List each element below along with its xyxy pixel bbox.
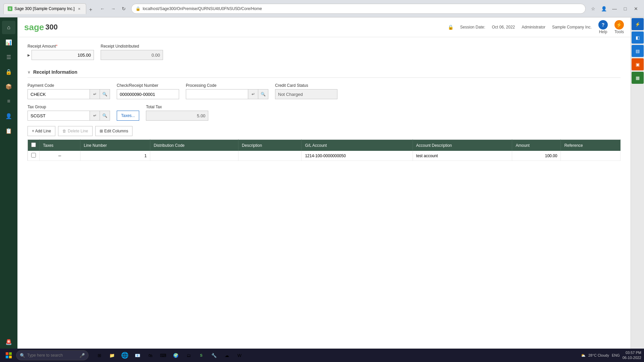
receipt-undistributed-input[interactable] (101, 50, 163, 60)
row-amount-cell: 100.00 (512, 151, 561, 161)
bookmark-btn[interactable]: ☆ (588, 4, 598, 13)
sidebar-lock-icon[interactable]: 🔒 (2, 65, 15, 78)
sidebar-list-icon[interactable]: ≡ (2, 95, 15, 108)
grid-select-all[interactable] (31, 142, 36, 147)
lock-session-icon: 🔒 (448, 24, 453, 30)
sidebar-user-icon[interactable]: 👤 (2, 109, 15, 123)
tax-group-input[interactable] (28, 111, 90, 121)
row-distribution-code-cell (150, 151, 238, 161)
tab-favicon: S (8, 6, 12, 11)
receipt-expand-icon[interactable]: ▶ (28, 53, 30, 57)
tools-btn[interactable]: ⚡ Tools (614, 20, 624, 34)
section-chevron: ∨ (28, 70, 31, 74)
total-tax-label: Total Tax (146, 105, 208, 109)
nav-back-btn[interactable]: ← (98, 4, 107, 13)
row-reference-cell (561, 151, 621, 161)
help-icon: ? (598, 20, 608, 29)
main-content: sage 300 🔒 Session Date: Oct 06, 2022 Ad… (17, 17, 631, 349)
browser-nav: ← → ↻ (98, 4, 128, 13)
table-row: ✏ 1 1214-100-0000000050 test account 100… (28, 151, 621, 161)
edit-columns-icon: ⊞ (100, 129, 103, 133)
receipt-number-group: Check/Receipt Number (117, 83, 179, 99)
logo-300: 300 (45, 23, 58, 32)
profile-btn[interactable]: 👤 (599, 4, 608, 13)
data-grid: Taxes Line Number Distribution Code Desc… (28, 139, 621, 161)
sidebar-inventory-icon[interactable]: 📦 (2, 80, 15, 93)
help-label: Help (599, 29, 607, 34)
right-btn-5[interactable]: ▦ (632, 72, 644, 84)
row-description-cell (238, 151, 302, 161)
row-gl-account-cell: 1214-100-0000000050 (302, 151, 413, 161)
tax-group-label: Tax Group (28, 105, 110, 109)
taxes-button[interactable]: Taxes... (117, 111, 139, 121)
right-btn-4[interactable]: ▣ (632, 58, 644, 70)
processing-code-input[interactable] (186, 89, 248, 99)
payment-code-input-group: ↵ 🔍 (28, 89, 110, 99)
row-taxes-cell: ✏ (40, 151, 80, 161)
section-header[interactable]: ∨ Receipt Information (28, 67, 621, 78)
grid-col-reference: Reference (561, 140, 621, 151)
right-btn-1[interactable]: ⚡ (632, 18, 644, 30)
credit-card-input (275, 89, 337, 99)
grid-col-amount: Amount (512, 140, 561, 151)
receipt-amount-label: Receipt Amount* (28, 44, 94, 49)
grid-col-line-number: Line Number (80, 140, 150, 151)
maximize-btn[interactable]: □ (621, 4, 630, 13)
grid-col-taxes: Taxes (40, 140, 80, 151)
tools-icon: ⚡ (614, 20, 624, 29)
browser-actions: ☆ 👤 — □ ✕ (588, 4, 641, 13)
grid-col-account-description: Account Description (413, 140, 512, 151)
tax-group-input-group: ↵ 🔍 (28, 111, 110, 121)
sidebar-alert-icon[interactable]: 🚨 (2, 335, 15, 349)
total-tax-group: Total Tax (146, 105, 208, 121)
edit-columns-btn[interactable]: ⊞ Edit Columns (95, 126, 132, 136)
row-checkbox[interactable] (31, 153, 36, 158)
sidebar-home-icon[interactable]: ⌂ (2, 21, 15, 34)
minimize-btn[interactable]: — (610, 4, 619, 13)
sidebar-menu-icon[interactable]: ☰ (2, 50, 15, 64)
row-account-description-cell: test account (413, 151, 512, 161)
logo-sage: sage (24, 22, 44, 33)
new-tab-btn[interactable]: + (86, 5, 95, 14)
tax-group-enter-btn[interactable]: ↵ (90, 111, 100, 121)
receipt-amount-input[interactable] (32, 50, 94, 60)
form-content: Receipt Amount* ▶ Receipt Undistributed … (17, 37, 631, 174)
row-edit-icon[interactable]: ✏ (58, 154, 61, 158)
tab-close-btn[interactable]: ✕ (76, 6, 82, 11)
grid-col-gl-account: G/L Account (302, 140, 413, 151)
sidebar-report-icon[interactable]: 📋 (2, 124, 15, 137)
grid-col-checkbox (28, 140, 40, 151)
nav-forward-btn[interactable]: → (108, 4, 118, 13)
add-line-btn[interactable]: + Add Line (28, 126, 55, 136)
taxes-btn-group: Taxes... (117, 105, 139, 121)
receipt-number-input[interactable] (117, 89, 179, 99)
browser-chrome: S Sage 300 [Sample Company Inc.] ✕ + ← →… (0, 0, 644, 17)
payment-row: Payment Code ↵ 🔍 Check/Receipt Number Pr… (28, 83, 621, 99)
payment-code-enter-btn[interactable]: ↵ (90, 89, 100, 99)
receipt-number-label: Check/Receipt Number (117, 83, 179, 88)
sidebar-dashboard-icon[interactable]: 📊 (2, 36, 15, 49)
browser-tab[interactable]: S Sage 300 [Sample Company Inc.] ✕ (3, 3, 86, 14)
right-btn-3[interactable]: ▤ (632, 45, 644, 57)
credit-card-group: Credit Card Status (275, 83, 337, 99)
row-checkbox-cell (28, 151, 40, 161)
payment-code-input[interactable] (28, 89, 90, 99)
header-right: 🔒 Session Date: Oct 06, 2022 Administrat… (448, 20, 624, 34)
right-btn-2[interactable]: ◧ (632, 32, 644, 44)
sidebar: ⌂ 📊 ☰ 🔒 📦 ≡ 👤 📋 🚨 (0, 17, 17, 349)
nav-reload-btn[interactable]: ↻ (119, 4, 128, 13)
address-bar[interactable]: 🔒 localhost/Sage300/OnPremise/QURNSU4tU0… (131, 4, 586, 14)
admin-user: Administrator (522, 25, 545, 29)
help-btn[interactable]: ? Help (598, 20, 608, 34)
lock-icon: 🔒 (136, 6, 141, 11)
tax-group-search-btn[interactable]: 🔍 (100, 111, 110, 121)
processing-code-search-btn[interactable]: 🔍 (258, 89, 268, 99)
close-btn[interactable]: ✕ (631, 4, 641, 13)
processing-code-enter-btn[interactable]: ↵ (248, 89, 258, 99)
payment-code-label: Payment Code (28, 83, 110, 88)
processing-code-group: Processing Code ↵ 🔍 (186, 83, 268, 99)
payment-code-search-btn[interactable]: 🔍 (100, 89, 110, 99)
delete-line-btn[interactable]: 🗑 Delete Line (58, 126, 93, 136)
row-line-number-cell: 1 (80, 151, 150, 161)
delete-icon: 🗑 (62, 129, 66, 133)
